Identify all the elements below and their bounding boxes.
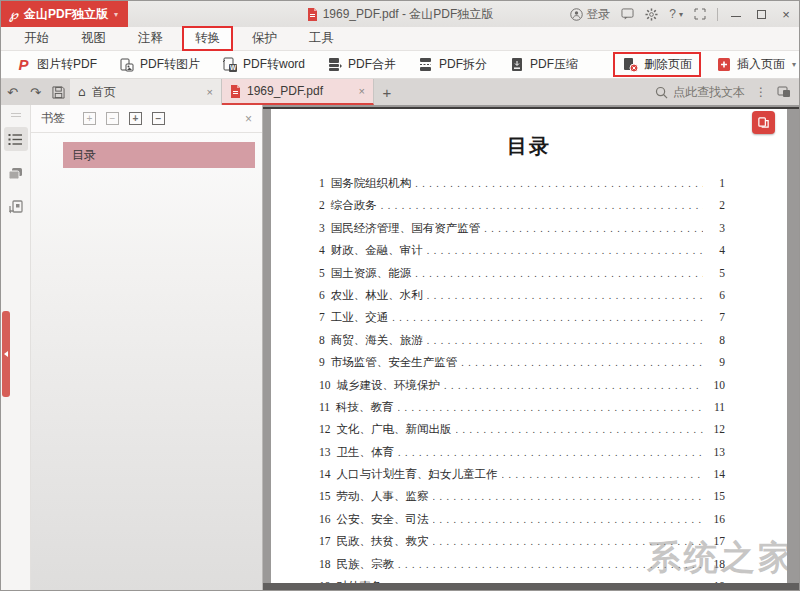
- toc-entry-number: 11: [319, 401, 330, 413]
- new-tab-button[interactable]: +: [374, 79, 400, 105]
- toc-entry[interactable]: 15 劳动、人事、监察 15: [319, 489, 725, 511]
- close-panel-icon[interactable]: ×: [245, 112, 252, 126]
- toc-entry-title: 国土资源、能源: [331, 266, 412, 281]
- page-tools-float-button[interactable]: [752, 111, 775, 134]
- bookmark-list-icon: [8, 133, 23, 146]
- rail-drag-handle[interactable]: [11, 113, 21, 117]
- page-gap: [263, 583, 799, 591]
- tab-protect[interactable]: 保护: [239, 27, 290, 50]
- chat-bubble-icon: [621, 8, 634, 20]
- tab-convert[interactable]: 转换: [182, 26, 233, 51]
- toc-entry-number: 18: [319, 558, 331, 570]
- layout-mode-button[interactable]: [777, 86, 791, 98]
- comments-panel-button[interactable]: [4, 161, 28, 185]
- toc-entry-page: 13: [707, 446, 725, 458]
- bookmark-item-selected[interactable]: 目录: [63, 142, 255, 168]
- pdf-compress-icon: [508, 57, 525, 73]
- pdf-merge-button[interactable]: PDF合并: [326, 56, 396, 73]
- pdf-page[interactable]: 目录 1 国务院组织机构 1 2 综合政务: [271, 109, 787, 583]
- toc-entry-page: 17: [707, 535, 725, 547]
- toc-entry[interactable]: 8 商贸、海关、旅游 8: [319, 333, 725, 355]
- toc-entry-title: 市场监管、安全生产监管: [331, 355, 458, 370]
- collapse-all-icon[interactable]: −: [106, 112, 119, 125]
- pdf-compress-button[interactable]: PDF压缩: [508, 56, 578, 73]
- toc-entry[interactable]: 10 城乡建设、环境保护 10: [319, 378, 725, 400]
- toc-entry-title: 劳动、人事、监察: [337, 489, 429, 504]
- thumbnails-panel-button[interactable]: [4, 195, 28, 219]
- pdf-to-image-button[interactable]: PDF转图片: [118, 56, 200, 73]
- document-viewer[interactable]: 目录 1 国务院组织机构 1 2 综合政务: [263, 105, 799, 591]
- tab-home[interactable]: 开始: [11, 27, 62, 50]
- toc-entry[interactable]: 18 民族、宗教 18: [319, 557, 725, 579]
- add-bookmark-icon[interactable]: +: [129, 112, 142, 125]
- user-icon: [570, 8, 583, 21]
- settings-button[interactable]: [645, 8, 658, 21]
- bookmarks-panel-button[interactable]: [4, 127, 28, 151]
- toc-entry-page: 6: [707, 289, 725, 301]
- bookmarks-panel: 书签 + − + − × 目录: [31, 105, 263, 591]
- chevron-down-icon: ▾: [679, 10, 683, 19]
- insert-pages-button[interactable]: 插入页面 ▾: [715, 56, 796, 73]
- toc-entry[interactable]: 7 工业、交通 7: [319, 310, 725, 332]
- toc-entry-page: 8: [707, 334, 725, 346]
- toc-dot-leader: [444, 379, 703, 391]
- maximize-button[interactable]: [754, 7, 768, 22]
- toc-entry[interactable]: 16 公安、安全、司法 16: [319, 512, 725, 534]
- toc-entry[interactable]: 14 人口与计划生育、妇女儿童工作 14: [319, 467, 725, 489]
- sidebar-collapse-handle[interactable]: [2, 311, 10, 397]
- more-options-button[interactable]: ⋮: [755, 85, 767, 99]
- toc-entry[interactable]: 1 国务院组织机构 1: [319, 176, 725, 198]
- close-tab-icon[interactable]: ×: [359, 85, 365, 97]
- toc-entry[interactable]: 12 文化、广电、新闻出版 12: [319, 422, 725, 444]
- tab-tools[interactable]: 工具: [296, 27, 347, 50]
- toc-entry-page: 3: [707, 222, 725, 234]
- toc-entry[interactable]: 13 卫生、体育 13: [319, 445, 725, 467]
- close-tab-icon[interactable]: ×: [207, 86, 213, 98]
- help-button[interactable]: ? ▾: [669, 7, 683, 21]
- image-to-pdf-button[interactable]: P 图片转PDF: [15, 56, 97, 73]
- pdf-to-word-button[interactable]: W PDF转word: [221, 56, 305, 73]
- toc-entry[interactable]: 17 民政、扶贫、救灾 17: [319, 534, 725, 556]
- remove-bookmark-icon[interactable]: −: [152, 112, 165, 125]
- toc-entry-number: 6: [319, 289, 325, 301]
- toc-entry-number: 15: [319, 490, 331, 502]
- toc-entry-number: 1: [319, 177, 325, 189]
- toc-entry-number: 5: [319, 267, 325, 279]
- toc-entry-number: 10: [319, 379, 331, 391]
- tab-view[interactable]: 视图: [68, 27, 119, 50]
- document-tab-active[interactable]: 1969_PDF.pdf ×: [222, 79, 374, 105]
- toc-dot-leader: [427, 244, 703, 256]
- save-button[interactable]: [47, 79, 70, 105]
- toc-entry[interactable]: 5 国土资源、能源 5: [319, 266, 725, 288]
- close-button[interactable]: ×: [779, 7, 793, 22]
- toc-entry[interactable]: 2 综合政务 2: [319, 198, 725, 220]
- minimize-button[interactable]: [729, 7, 743, 22]
- tab-annotate[interactable]: 注释: [125, 27, 176, 50]
- app-menu-button[interactable]: ℘ 金山PDF独立版 ▾: [1, 1, 128, 27]
- app-logo-icon: ℘: [9, 7, 18, 22]
- pdf-to-word-icon: W: [221, 57, 238, 73]
- toc-dot-leader: [433, 490, 704, 502]
- fullscreen-button[interactable]: [694, 8, 706, 20]
- toc-entry[interactable]: 4 财政、金融、审计 4: [319, 243, 725, 265]
- redo-button[interactable]: ↷: [24, 79, 47, 105]
- find-text-button[interactable]: 点此查找文本: [655, 84, 745, 101]
- pdf-split-button[interactable]: PDF拆分: [417, 56, 487, 73]
- toc-dot-leader: [415, 177, 703, 189]
- toc-dot-leader: [461, 356, 703, 368]
- menu-bar: 开始 视图 注释 转换 保护 工具: [1, 27, 799, 51]
- toc-dot-leader: [398, 401, 703, 413]
- toc-dot-leader: [502, 468, 704, 480]
- undo-button[interactable]: ↶: [1, 79, 24, 105]
- expand-all-icon[interactable]: +: [83, 112, 96, 125]
- toc-dot-leader: [381, 199, 703, 211]
- home-page-tab[interactable]: ⌂ 首页 ×: [70, 79, 222, 105]
- toc-entry-title: 人口与计划生育、妇女儿童工作: [337, 467, 498, 482]
- delete-pages-button[interactable]: 删除页面: [613, 52, 701, 77]
- toc-entry[interactable]: 11 科技、教育 11: [319, 400, 725, 422]
- toc-entry[interactable]: 6 农业、林业、水利 6: [319, 288, 725, 310]
- toc-entry[interactable]: 3 国民经济管理、国有资产监管 3: [319, 221, 725, 243]
- toc-entry[interactable]: 9 市场监管、安全生产监管 9: [319, 355, 725, 377]
- login-button[interactable]: 登录: [570, 6, 610, 23]
- feedback-button[interactable]: [621, 8, 634, 20]
